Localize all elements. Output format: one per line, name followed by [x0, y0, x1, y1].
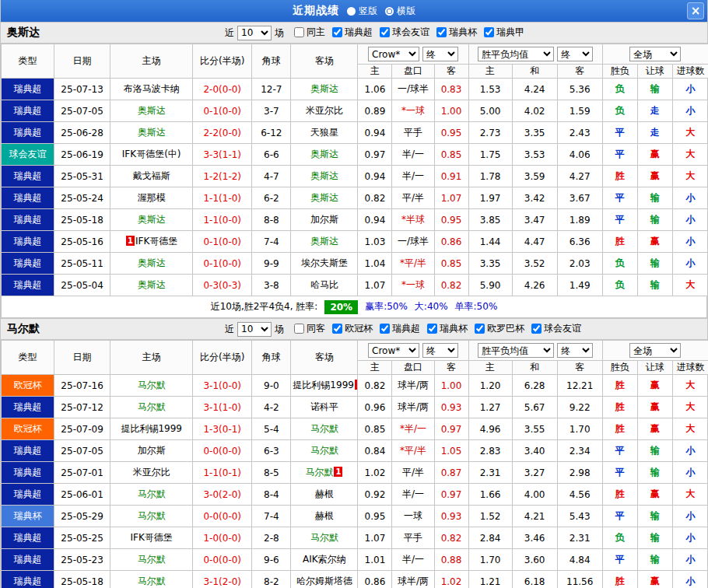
vertical-layout-radio-icon[interactable] [347, 7, 356, 16]
odds-source-select[interactable]: Crow* [368, 343, 419, 358]
league-filter[interactable]: 球会友谊 [380, 26, 429, 39]
home-team-cell: 提比利锡1999 [110, 418, 193, 440]
avg-draw-odds: 3.47 [512, 209, 557, 231]
avg-final-select[interactable]: 终 [557, 343, 593, 358]
result-goals: 小 [672, 462, 708, 484]
filter-checkbox[interactable] [380, 324, 390, 334]
away-team-cell: 加尔斯 [291, 209, 358, 231]
home-team-name: 马尔默 [138, 510, 166, 521]
avg-away-odds: 1.59 [557, 100, 602, 122]
filter-checkbox[interactable] [294, 27, 304, 37]
avg-away-odds: 6.36 [557, 231, 602, 253]
avg-draw-odds: 6.28 [512, 375, 557, 397]
match-date: 25-07-01 [54, 462, 110, 484]
recent-results-panel: 近期战绩 竖版 横版 × 奥斯达 近 10 场 同主瑞典超球会友谊瑞典杯瑞典甲 … [0, 0, 708, 588]
match-date: 25-06-01 [54, 484, 110, 506]
home-team-name: 奥斯达 [138, 105, 166, 116]
match-count-select[interactable]: 10 [237, 322, 272, 337]
result-handicap: 赢 [637, 144, 672, 166]
odds-source-select[interactable]: Crow* [368, 47, 419, 61]
corner-cell: 8-8 [252, 209, 291, 231]
away-odds: 0.83 [434, 79, 468, 100]
avg-source-select[interactable]: 胜平负均值 [478, 343, 554, 358]
league-filter[interactable]: 瑞典超 [380, 322, 420, 335]
league-filter[interactable]: 瑞典杯 [436, 26, 477, 39]
result-goals: 大 [672, 166, 708, 187]
avg-away-odds: 4.27 [557, 166, 602, 187]
horizontal-layout-radio-icon[interactable] [385, 7, 394, 16]
league-filter[interactable]: 瑞典甲 [484, 26, 524, 39]
result-wdl: 负 [602, 527, 637, 549]
filter-checkbox[interactable] [380, 27, 390, 37]
league-filter[interactable]: 瑞典杯 [427, 322, 468, 335]
away-team-name: 奥斯达 [310, 83, 338, 94]
filter-checkbox[interactable] [475, 324, 485, 334]
home-team-name: IFK哥德堡 [131, 532, 173, 543]
league-filter[interactable]: 欧罗巴杯 [475, 322, 524, 335]
filter-checkbox[interactable] [531, 324, 542, 334]
filter-checkbox[interactable] [436, 27, 447, 37]
vertical-layout-label[interactable]: 竖版 [359, 5, 377, 18]
result-handicap: 赢 [637, 166, 672, 187]
filter-checkbox[interactable] [484, 27, 494, 37]
league-filter[interactable]: 球会友谊 [531, 322, 581, 335]
home-team-cell: IFK哥德堡 [110, 527, 193, 549]
games-label: 场 [275, 323, 284, 336]
league-filter[interactable]: 欧冠杯 [332, 322, 373, 335]
filter-checkbox[interactable] [294, 324, 304, 334]
handicap-line: 球半/两 [392, 571, 434, 588]
handicap-line: 半/一 [392, 549, 434, 571]
avg-home-odds: 1.97 [468, 187, 512, 209]
league-filter[interactable]: 同客 [294, 322, 325, 335]
result-goals: 小 [672, 527, 708, 549]
result-goals: 小 [672, 100, 708, 122]
score-cell: 3-1(1-0) [193, 397, 252, 418]
home-odds: 0.84 [358, 440, 392, 462]
match-row: 瑞典超25-07-05加尔斯0-0(0-0)6-3马尔默0.84*平/半1.05… [2, 440, 708, 462]
fullmatch-select[interactable]: 全场 [629, 47, 681, 61]
col-odds-home: 主 [358, 65, 392, 79]
away-odds: 0.97 [434, 418, 468, 440]
avg-draw-odds: 4.02 [512, 100, 557, 122]
corner-cell: 12-7 [252, 79, 291, 100]
avg-source-select[interactable]: 胜平负均值 [478, 47, 554, 61]
home-team-cell: 布洛马波卡纳 [110, 79, 193, 100]
summary-bar: 近10场,胜2平4负4, 胜率:20%赢率:50%大:40%单率:50% [1, 296, 707, 318]
horizontal-layout-label[interactable]: 横版 [397, 5, 415, 18]
odds-final-select[interactable]: 终 [422, 47, 458, 61]
fullmatch-select[interactable]: 全场 [629, 343, 681, 358]
match-date: 25-07-05 [54, 440, 110, 462]
odds-final-select[interactable]: 终 [422, 343, 458, 358]
avg-final-select[interactable]: 终 [557, 47, 593, 61]
home-team-name: 马尔默 [138, 380, 166, 390]
league-filter[interactable]: 瑞典超 [332, 26, 373, 39]
match-date: 25-07-16 [54, 375, 110, 397]
home-team-cell: 奥斯达 [110, 253, 193, 275]
match-date: 25-07-13 [54, 79, 110, 100]
score-cell: 3-3(1-1) [193, 144, 252, 166]
filter-checkbox[interactable] [332, 27, 342, 37]
avg-home-odds: 1.44 [468, 231, 512, 253]
league-type-cell: 瑞典超 [2, 209, 54, 231]
col-avg-away: 客 [557, 361, 602, 375]
filter-checkbox[interactable] [332, 324, 342, 334]
avg-home-odds: 1.27 [468, 397, 512, 418]
league-filter[interactable]: 同主 [294, 26, 325, 39]
col-result-goals: 进球数 [672, 65, 708, 79]
league-filter-group: 同客欧冠杯瑞典超瑞典杯欧罗巴杯球会友谊 [287, 322, 581, 336]
result-wdl: 平 [602, 122, 637, 144]
avg-away-odds: 12.21 [557, 375, 602, 397]
home-team-cell: IFK哥德堡(中) [110, 144, 193, 166]
col-odds-line: 盘口 [392, 361, 434, 375]
match-row: 瑞典超25-05-31戴戈福斯1-2(1-2)4-7奥斯达0.94半/一0.91… [2, 166, 708, 187]
filter-checkbox[interactable] [427, 324, 437, 334]
home-team-cell: 马尔默 [110, 506, 193, 527]
match-count-select[interactable]: 10 [237, 26, 272, 40]
league-type-cell: 瑞典超 [2, 231, 54, 253]
home-odds: 1.03 [358, 231, 392, 253]
col-avg-away: 客 [557, 65, 602, 79]
home-odds: 0.94 [358, 166, 392, 187]
away-team-name: 奥斯达 [310, 236, 338, 247]
close-icon[interactable]: × [687, 2, 704, 19]
home-odds: 0.95 [358, 506, 392, 527]
